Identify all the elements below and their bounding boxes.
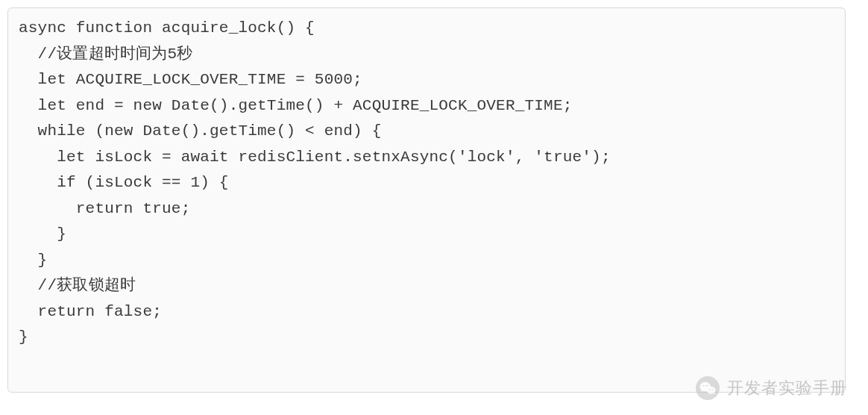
code-content: async function acquire_lock() { //设置超时时间… [19,16,834,351]
code-block: async function acquire_lock() { //设置超时时间… [7,7,846,393]
